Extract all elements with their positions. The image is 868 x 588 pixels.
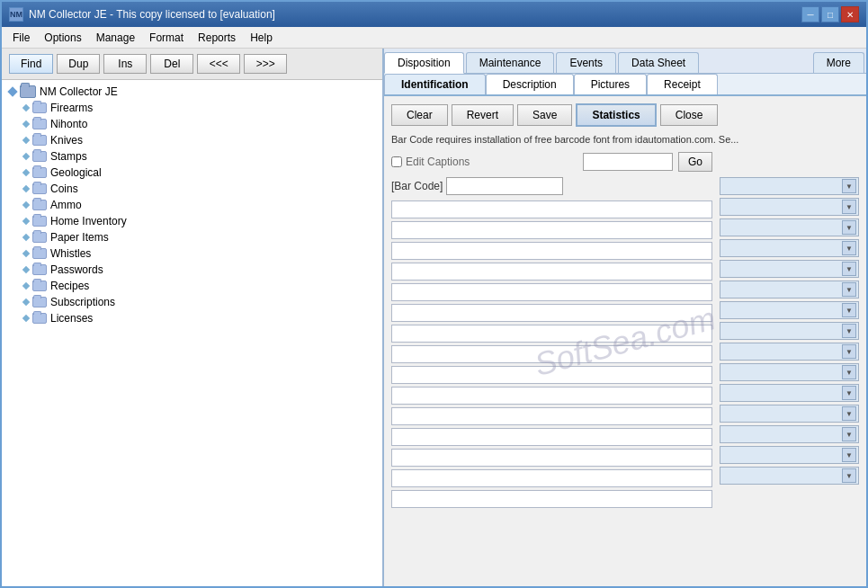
go-button[interactable]: Go [678,152,712,172]
menu-file[interactable]: File [5,30,37,46]
tab-datasheet[interactable]: Data Sheet [618,52,699,73]
dropdown-arrow-14[interactable]: ▼ [842,448,856,462]
tab-more[interactable]: More [813,52,864,73]
dropdown-arrow-12[interactable]: ▼ [842,406,856,421]
tab-pictures[interactable]: Pictures [574,74,647,94]
tab-disposition[interactable]: Disposition [384,52,464,74]
field-row-8[interactable] [391,345,712,363]
del-button[interactable]: Del [150,54,193,74]
menu-format[interactable]: Format [142,30,191,46]
tab-identification[interactable]: Identification [384,74,486,94]
tree-item-nihonto[interactable]: Nihonto [2,116,382,132]
close-window-button[interactable]: ✕ [841,6,859,22]
right-panel: Disposition Maintenance Events Data Shee… [384,49,866,586]
prev-button[interactable]: <<< [197,54,240,74]
restore-button[interactable]: □ [821,6,839,22]
tree-item-firearms[interactable]: Firearms [2,100,382,116]
barcode-input[interactable] [446,177,563,195]
field-row-15[interactable] [391,490,712,508]
dropdown-arrow-5[interactable]: ▼ [842,262,856,276]
tree-item-label: Recipes [50,280,89,292]
tree-item-licenses[interactable]: Licenses [2,310,382,326]
statistics-button[interactable]: Statistics [576,103,656,127]
tree-root[interactable]: NM Collector JE [2,84,382,100]
field-row-5[interactable] [391,283,712,301]
dropdown-arrow-9[interactable]: ▼ [842,344,856,359]
menu-bar: File Options Manage Format Reports Help [2,27,866,49]
menu-options[interactable]: Options [37,30,88,46]
dropdown-arrow-13[interactable]: ▼ [842,427,856,441]
tree-item-geological[interactable]: Geological [2,165,382,181]
tree-item-diamond-icon [22,250,30,257]
tree-item-label: Knives [50,134,83,147]
dropdown-row-2: ▼ [720,198,859,216]
field-row-10[interactable] [391,387,712,405]
tree-item-diamond-icon [22,104,30,111]
tree-root-folder-icon [20,85,36,98]
edit-captions-label: Edit Captions [406,156,470,168]
info-text: Bar Code requires installation of free b… [391,132,859,147]
field-row-11[interactable] [391,407,712,425]
field-row-6[interactable] [391,304,712,322]
window-title: NM Collector JE - This copy licensed to … [29,8,275,21]
clear-button[interactable]: Clear [391,104,448,126]
tree-item-folder-icon [32,183,47,194]
tree-item-home-inventory[interactable]: Home Inventory [2,213,382,229]
tab-receipt[interactable]: Receipt [647,74,718,94]
menu-manage[interactable]: Manage [89,30,142,46]
ins-button[interactable]: Ins [103,54,147,74]
tree-item-diamond-icon [22,315,30,322]
dropdown-arrow-4[interactable]: ▼ [842,241,856,255]
dropdown-row-11: ▼ [720,384,859,402]
dropdown-arrow-1[interactable]: ▼ [842,179,856,193]
dropdown-arrow-3[interactable]: ▼ [842,220,856,235]
dropdown-arrow-6[interactable]: ▼ [842,282,856,297]
save-button[interactable]: Save [517,104,572,126]
tabs-row1: Disposition Maintenance Events Data Shee… [384,49,866,74]
field-row-2[interactable] [391,221,712,239]
revert-button[interactable]: Revert [452,104,514,126]
tab-maintenance[interactable]: Maintenance [466,52,555,73]
tree-item-stamps[interactable]: Stamps [2,148,382,165]
dropdown-arrow-15[interactable]: ▼ [842,468,856,483]
tree-item-label: Paper Items [50,231,109,244]
field-row-7[interactable] [391,325,712,343]
field-row-12[interactable] [391,428,712,446]
dropdown-arrow-10[interactable]: ▼ [842,365,856,379]
close-button[interactable]: Close [660,104,719,126]
tree-item-recipes[interactable]: Recipes [2,278,382,294]
field-row-13[interactable] [391,449,712,467]
menu-reports[interactable]: Reports [191,30,243,46]
tab-events[interactable]: Events [556,52,616,73]
dropdown-row-3: ▼ [720,218,859,236]
dropdown-arrow-8[interactable]: ▼ [842,324,856,338]
tree-item-subscriptions[interactable]: Subscriptions [2,294,382,310]
field-row-3[interactable] [391,242,712,260]
tree-item-folder-icon [32,216,47,227]
dup-button[interactable]: Dup [57,54,100,74]
tree-item-paper-items[interactable]: Paper Items [2,229,382,245]
tree-item-ammo[interactable]: Ammo [2,197,382,213]
field-row-1[interactable] [391,200,712,218]
find-button[interactable]: Find [9,54,53,74]
dropdown-arrow-11[interactable]: ▼ [842,386,856,400]
tree-item-whistles[interactable]: Whistles [2,245,382,262]
tree-item-passwords[interactable]: Passwords [2,262,382,278]
tab-description[interactable]: Description [486,74,574,94]
dropdown-arrow-7[interactable]: ▼ [842,303,856,317]
tree-item-diamond-icon [22,282,30,290]
dropdown-arrow-2[interactable]: ▼ [842,200,856,214]
field-row-9[interactable] [391,366,712,384]
menu-help[interactable]: Help [243,30,280,46]
tree-item-knives[interactable]: Knives [2,132,382,148]
tree-item-folder-icon [32,119,47,129]
tree-item-coins[interactable]: Coins [2,181,382,197]
go-input[interactable] [583,153,673,171]
dropdown-row-1: ▼ [720,177,859,195]
next-button[interactable]: >>> [244,54,287,74]
minimize-button[interactable]: ─ [801,6,819,22]
field-row-14[interactable] [391,469,712,487]
tree-item-folder-icon [32,200,47,210]
edit-captions-checkbox[interactable] [391,156,402,167]
field-row-4[interactable] [391,263,712,281]
